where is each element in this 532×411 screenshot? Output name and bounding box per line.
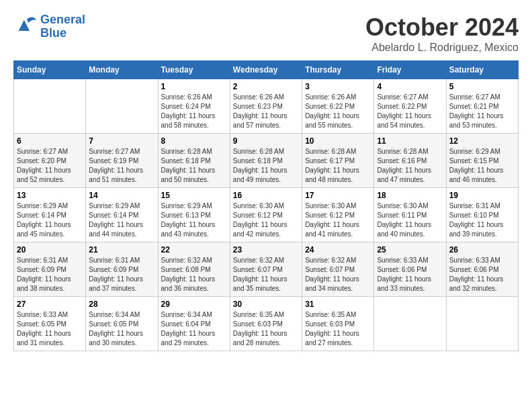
calendar-cell: 15Sunrise: 6:29 AM Sunset: 6:13 PM Dayli…	[158, 188, 230, 242]
day-number: 25	[377, 245, 443, 255]
day-info: Sunrise: 6:31 AM Sunset: 6:09 PM Dayligh…	[89, 256, 154, 293]
day-number: 2	[233, 82, 299, 91]
day-info: Sunrise: 6:28 AM Sunset: 6:18 PM Dayligh…	[233, 147, 299, 185]
calendar-cell: 1Sunrise: 6:26 AM Sunset: 6:24 PM Daylig…	[158, 79, 230, 134]
day-info: Sunrise: 6:34 AM Sunset: 6:04 PM Dayligh…	[161, 310, 227, 348]
day-number: 14	[89, 191, 154, 200]
calendar-cell: 31Sunrise: 6:35 AM Sunset: 6:03 PM Dayli…	[302, 297, 374, 351]
calendar-cell: 9Sunrise: 6:28 AM Sunset: 6:18 PM Daylig…	[230, 134, 302, 188]
calendar-cell	[86, 79, 158, 134]
day-number: 20	[17, 245, 83, 255]
day-number: 12	[449, 136, 515, 146]
day-number: 29	[161, 300, 227, 309]
day-number: 9	[233, 136, 299, 146]
calendar-cell: 30Sunrise: 6:35 AM Sunset: 6:03 PM Dayli…	[230, 297, 302, 351]
day-info: Sunrise: 6:31 AM Sunset: 6:09 PM Dayligh…	[17, 256, 83, 293]
day-info: Sunrise: 6:33 AM Sunset: 6:06 PM Dayligh…	[377, 256, 443, 293]
calendar-cell: 28Sunrise: 6:34 AM Sunset: 6:05 PM Dayli…	[86, 297, 158, 351]
day-number: 28	[89, 300, 154, 309]
logo-icon: ▲	[13, 13, 38, 38]
day-number: 7	[89, 136, 154, 146]
weekday-header-thursday: Thursday	[302, 61, 374, 79]
day-info: Sunrise: 6:29 AM Sunset: 6:14 PM Dayligh…	[89, 201, 154, 239]
calendar-cell: 7Sunrise: 6:27 AM Sunset: 6:19 PM Daylig…	[86, 134, 158, 188]
calendar-cell: 29Sunrise: 6:34 AM Sunset: 6:04 PM Dayli…	[158, 297, 230, 351]
day-number: 27	[17, 300, 83, 309]
calendar-cell	[374, 297, 446, 351]
day-info: Sunrise: 6:27 AM Sunset: 6:21 PM Dayligh…	[449, 93, 515, 130]
calendar-cell: 11Sunrise: 6:28 AM Sunset: 6:16 PM Dayli…	[374, 134, 446, 188]
calendar-week-row: 13Sunrise: 6:29 AM Sunset: 6:14 PM Dayli…	[14, 188, 519, 242]
day-info: Sunrise: 6:29 AM Sunset: 6:14 PM Dayligh…	[17, 201, 83, 239]
day-number: 15	[161, 191, 227, 200]
calendar-cell: 26Sunrise: 6:33 AM Sunset: 6:06 PM Dayli…	[446, 242, 518, 297]
day-info: Sunrise: 6:27 AM Sunset: 6:20 PM Dayligh…	[17, 147, 83, 185]
day-number: 26	[449, 245, 515, 255]
day-info: Sunrise: 6:27 AM Sunset: 6:19 PM Dayligh…	[89, 147, 154, 185]
day-info: Sunrise: 6:34 AM Sunset: 6:05 PM Dayligh…	[89, 310, 154, 348]
calendar-week-row: 27Sunrise: 6:33 AM Sunset: 6:05 PM Dayli…	[14, 297, 519, 351]
day-number: 6	[17, 136, 83, 146]
logo: ▲ General Blue	[13, 13, 85, 40]
weekday-header-wednesday: Wednesday	[230, 61, 302, 79]
day-number: 19	[449, 191, 515, 200]
calendar-cell: 25Sunrise: 6:33 AM Sunset: 6:06 PM Dayli…	[374, 242, 446, 297]
day-number: 30	[233, 300, 299, 309]
calendar-cell: 3Sunrise: 6:26 AM Sunset: 6:22 PM Daylig…	[302, 79, 374, 134]
calendar-cell	[446, 297, 518, 351]
day-number: 10	[305, 136, 371, 146]
day-info: Sunrise: 6:26 AM Sunset: 6:24 PM Dayligh…	[161, 93, 227, 130]
day-info: Sunrise: 6:28 AM Sunset: 6:17 PM Dayligh…	[305, 147, 371, 185]
title-block: October 2024 Abelardo L. Rodriguez, Mexi…	[365, 13, 519, 54]
day-info: Sunrise: 6:30 AM Sunset: 6:12 PM Dayligh…	[305, 201, 371, 239]
calendar-cell	[14, 79, 86, 134]
day-info: Sunrise: 6:29 AM Sunset: 6:13 PM Dayligh…	[161, 201, 227, 239]
calendar-cell: 19Sunrise: 6:31 AM Sunset: 6:10 PM Dayli…	[446, 188, 518, 242]
day-number: 18	[377, 191, 443, 200]
calendar-cell: 4Sunrise: 6:27 AM Sunset: 6:22 PM Daylig…	[374, 79, 446, 134]
calendar-cell: 21Sunrise: 6:31 AM Sunset: 6:09 PM Dayli…	[86, 242, 158, 297]
day-number: 22	[161, 245, 227, 255]
day-number: 16	[233, 191, 299, 200]
day-info: Sunrise: 6:31 AM Sunset: 6:10 PM Dayligh…	[449, 201, 515, 239]
weekday-header-tuesday: Tuesday	[158, 61, 230, 79]
calendar-cell: 2Sunrise: 6:26 AM Sunset: 6:23 PM Daylig…	[230, 79, 302, 134]
calendar-cell: 5Sunrise: 6:27 AM Sunset: 6:21 PM Daylig…	[446, 79, 518, 134]
day-info: Sunrise: 6:32 AM Sunset: 6:07 PM Dayligh…	[305, 256, 371, 293]
day-info: Sunrise: 6:30 AM Sunset: 6:11 PM Dayligh…	[377, 201, 443, 239]
page-header: ▲ General Blue October 2024 Abelardo L. …	[13, 13, 519, 54]
day-info: Sunrise: 6:33 AM Sunset: 6:05 PM Dayligh…	[17, 310, 83, 348]
calendar-cell: 8Sunrise: 6:28 AM Sunset: 6:18 PM Daylig…	[158, 134, 230, 188]
calendar-cell: 14Sunrise: 6:29 AM Sunset: 6:14 PM Dayli…	[86, 188, 158, 242]
calendar-week-row: 6Sunrise: 6:27 AM Sunset: 6:20 PM Daylig…	[14, 134, 519, 188]
weekday-header-monday: Monday	[86, 61, 158, 79]
calendar-cell: 23Sunrise: 6:32 AM Sunset: 6:07 PM Dayli…	[230, 242, 302, 297]
day-info: Sunrise: 6:27 AM Sunset: 6:22 PM Dayligh…	[377, 93, 443, 130]
weekday-header-sunday: Sunday	[14, 61, 86, 79]
calendar-table: SundayMondayTuesdayWednesdayThursdayFrid…	[13, 60, 519, 351]
day-number: 31	[305, 300, 371, 309]
day-info: Sunrise: 6:28 AM Sunset: 6:18 PM Dayligh…	[161, 147, 227, 185]
logo-blue: Blue	[40, 26, 66, 40]
day-number: 1	[161, 82, 227, 91]
calendar-cell: 13Sunrise: 6:29 AM Sunset: 6:14 PM Dayli…	[14, 188, 86, 242]
calendar-week-row: 1Sunrise: 6:26 AM Sunset: 6:24 PM Daylig…	[14, 79, 519, 134]
calendar-cell: 27Sunrise: 6:33 AM Sunset: 6:05 PM Dayli…	[14, 297, 86, 351]
logo-general: General	[40, 13, 85, 26]
calendar-cell: 20Sunrise: 6:31 AM Sunset: 6:09 PM Dayli…	[14, 242, 86, 297]
day-info: Sunrise: 6:26 AM Sunset: 6:23 PM Dayligh…	[233, 93, 299, 130]
day-number: 24	[305, 245, 371, 255]
calendar-cell: 17Sunrise: 6:30 AM Sunset: 6:12 PM Dayli…	[302, 188, 374, 242]
day-info: Sunrise: 6:30 AM Sunset: 6:12 PM Dayligh…	[233, 201, 299, 239]
calendar-cell: 24Sunrise: 6:32 AM Sunset: 6:07 PM Dayli…	[302, 242, 374, 297]
day-info: Sunrise: 6:33 AM Sunset: 6:06 PM Dayligh…	[449, 256, 515, 293]
day-number: 21	[89, 245, 154, 255]
day-info: Sunrise: 6:28 AM Sunset: 6:16 PM Dayligh…	[377, 147, 443, 185]
location-title: Abelardo L. Rodriguez, Mexico	[365, 42, 519, 54]
day-number: 4	[377, 82, 443, 91]
calendar-cell: 12Sunrise: 6:29 AM Sunset: 6:15 PM Dayli…	[446, 134, 518, 188]
day-info: Sunrise: 6:32 AM Sunset: 6:07 PM Dayligh…	[233, 256, 299, 293]
calendar-cell: 10Sunrise: 6:28 AM Sunset: 6:17 PM Dayli…	[302, 134, 374, 188]
weekday-header-saturday: Saturday	[446, 61, 518, 79]
calendar-cell: 18Sunrise: 6:30 AM Sunset: 6:11 PM Dayli…	[374, 188, 446, 242]
